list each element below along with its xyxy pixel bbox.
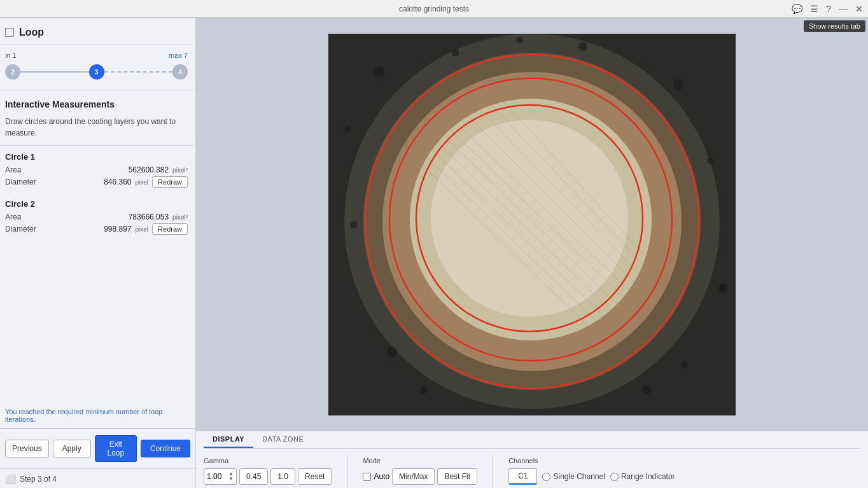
svg-point-24 xyxy=(387,347,397,357)
circle-2-diam-label: Diameter xyxy=(5,225,36,234)
step-node-4: 4 xyxy=(172,64,188,80)
microscope-svg xyxy=(328,34,736,415)
svg-point-21 xyxy=(707,158,713,164)
svg-point-27 xyxy=(642,386,651,394)
gamma-045-btn[interactable]: 0.45 xyxy=(239,468,268,485)
toolbar-tabs: DISPLAY DATA ZONE xyxy=(204,431,860,449)
tab-data-zone[interactable]: DATA ZONE xyxy=(253,431,312,448)
step-footer-icon: ⬜ xyxy=(5,474,16,484)
measurements-section: Interactive Measurements Draw circles ar… xyxy=(0,90,195,146)
gamma-10-btn[interactable]: 1.0 xyxy=(270,468,295,485)
continue-button[interactable]: Continue xyxy=(141,440,190,457)
step-line-1 xyxy=(20,71,89,73)
circle-2-diam-value: 998.897 xyxy=(104,225,131,234)
channel-c1-btn[interactable]: C1 xyxy=(508,468,537,485)
divider-2 xyxy=(493,455,493,487)
gamma-arrows: ▲ ▼ xyxy=(228,471,234,482)
exit-loop-button[interactable]: Exit Loop xyxy=(95,435,137,462)
svg-point-5 xyxy=(431,120,628,317)
channels-label: Channels xyxy=(508,457,675,464)
svg-point-17 xyxy=(374,67,384,77)
window-controls: 💬 ☰ ? — ✕ xyxy=(792,4,863,14)
circle-1-area-value: 562600.382 xyxy=(129,165,169,174)
mode-auto-checkbox[interactable] xyxy=(363,473,371,481)
previous-button[interactable]: Previous xyxy=(5,440,49,457)
single-channel-option: Single Channel xyxy=(542,472,605,481)
range-indicator-radio[interactable] xyxy=(610,473,619,481)
close-icon[interactable]: ✕ xyxy=(855,4,863,14)
svg-point-28 xyxy=(420,386,428,394)
toolbar-controls: Gamma 1.00 ▲ ▼ 0.45 1.0 Reset xyxy=(204,449,860,487)
circle-2-area-unit: pixel² xyxy=(172,214,188,221)
main-area: Show results tab xyxy=(196,18,868,488)
gamma-reset-btn[interactable]: Reset xyxy=(298,468,332,485)
svg-point-25 xyxy=(350,221,358,228)
menu-icon[interactable]: ☰ xyxy=(810,4,818,14)
show-results-tab[interactable]: Show results tab xyxy=(804,20,865,32)
circle-1-area-values: 562600.382 pixel² xyxy=(129,165,188,174)
circle-2-redraw-btn[interactable]: Redraw xyxy=(152,223,188,235)
step-node-3: 3 xyxy=(89,64,104,80)
microscope-image xyxy=(196,18,868,431)
circle-1-diameter-row: Diameter 846.360 pixel Redraw xyxy=(5,176,188,188)
tab-display[interactable]: DISPLAY xyxy=(204,431,253,448)
mode-label: Mode xyxy=(363,457,477,464)
minimize-icon[interactable]: — xyxy=(839,4,848,14)
circle-1-title: Circle 1 xyxy=(5,152,188,162)
warning-text: You reached the required minimum number … xyxy=(0,403,195,428)
single-channel-label: Single Channel xyxy=(553,472,605,481)
circle-2-area-values: 783666.053 pixel² xyxy=(129,213,188,221)
measurements-desc: Draw circles around the coating layers y… xyxy=(5,116,188,139)
circle-1-area-unit: pixel² xyxy=(172,167,188,174)
help-icon[interactable]: ? xyxy=(826,4,831,14)
gamma-row: 1.00 ▲ ▼ 0.45 1.0 Reset xyxy=(204,468,332,485)
circles-scroll: Circle 1 Area 562600.382 pixel² Diameter… xyxy=(0,146,195,403)
svg-point-22 xyxy=(718,284,727,293)
image-area[interactable]: Show results tab xyxy=(196,18,868,431)
circle-1-diam-unit: pixel xyxy=(136,179,149,186)
circle-1-diam-value: 846.360 xyxy=(104,178,131,186)
bottom-buttons: Previous Apply Exit Loop Continue xyxy=(0,428,195,468)
bottom-toolbar: DISPLAY DATA ZONE Gamma 1.00 ▲ ▼ 0.45 xyxy=(196,431,868,488)
circle-2-block: Circle 2 Area 783666.053 pixel² Diameter… xyxy=(5,199,188,235)
gamma-control: Gamma 1.00 ▲ ▼ 0.45 1.0 Reset xyxy=(204,457,332,485)
svg-point-23 xyxy=(681,361,689,368)
step-max: max 7 xyxy=(169,52,188,59)
gamma-down-arrow[interactable]: ▼ xyxy=(228,477,234,482)
range-indicator-option: Range Indicator xyxy=(610,472,675,481)
comment-icon[interactable]: 💬 xyxy=(792,4,802,14)
gamma-label: Gamma xyxy=(204,457,332,464)
loop-checkbox[interactable] xyxy=(5,28,14,37)
step-footer: ⬜ Step 3 of 4 xyxy=(0,468,195,488)
mode-control: Mode Auto Min/Max Best Fit xyxy=(363,457,477,485)
mode-auto-label: Auto xyxy=(374,472,389,481)
circle-1-redraw-btn[interactable]: Redraw xyxy=(152,176,188,188)
step-line-2 xyxy=(104,71,173,73)
top-bar: calotte grinding tests 💬 ☰ ? — ✕ xyxy=(0,0,868,18)
mode-bestfit-btn[interactable]: Best Fit xyxy=(437,468,477,485)
circle-1-block: Circle 1 Area 562600.382 pixel² Diameter… xyxy=(5,152,188,188)
step-track: 2 3 4 xyxy=(5,63,188,81)
circle-2-diameter-row: Diameter 998.897 pixel Redraw xyxy=(5,223,188,235)
step-footer-text: Step 3 of 4 xyxy=(20,475,57,484)
channels-row: C1 Single Channel Range Indicator xyxy=(508,468,675,485)
circle-1-area-label: Area xyxy=(5,165,21,174)
single-channel-radio[interactable] xyxy=(542,473,550,481)
circle-1-diam-values: 846.360 pixel Redraw xyxy=(104,176,188,188)
svg-point-19 xyxy=(578,42,587,51)
gamma-value: 1.00 xyxy=(207,472,221,481)
step-minmax: in 1 max 7 xyxy=(5,52,188,59)
app-title: calotte grinding tests xyxy=(399,4,469,13)
left-panel: Loop in 1 max 7 2 3 4 Interactive Measur… xyxy=(0,18,196,488)
mode-minmax-btn[interactable]: Min/Max xyxy=(392,468,435,485)
circle-2-area-row: Area 783666.053 pixel² xyxy=(5,213,188,221)
circle-1-area-row: Area 562600.382 pixel² xyxy=(5,165,188,174)
gamma-input[interactable]: 1.00 ▲ ▼ xyxy=(204,468,237,485)
svg-point-20 xyxy=(673,79,684,90)
apply-button[interactable]: Apply xyxy=(53,440,91,457)
circle-2-area-value: 783666.053 xyxy=(129,213,169,221)
step-node-2: 2 xyxy=(5,64,20,80)
divider-1 xyxy=(347,455,347,487)
circle-2-diam-values: 998.897 pixel Redraw xyxy=(104,223,188,235)
mode-row: Auto Min/Max Best Fit xyxy=(363,468,477,485)
